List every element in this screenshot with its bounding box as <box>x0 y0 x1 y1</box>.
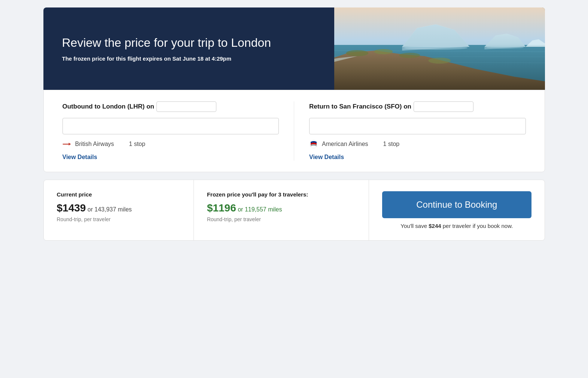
save-text-post: per traveler if you book now. <box>441 223 513 229</box>
svg-point-12 <box>374 49 393 54</box>
price-card: Current price $1439 or 143,937 miles Rou… <box>43 180 545 241</box>
hero-banner: Review the price for your trip to London… <box>43 7 545 90</box>
frozen-price-subtext: Round-trip, per traveler <box>207 216 356 222</box>
save-text-pre: You'll save <box>400 223 429 229</box>
return-view-details-link[interactable]: View Details <box>309 154 344 160</box>
save-amount: $244 <box>429 223 441 229</box>
continue-to-booking-button[interactable]: Continue to Booking <box>382 191 531 218</box>
landscape-background <box>334 7 545 90</box>
flight-card: Outbound to London (LHR) on British Airw… <box>43 90 545 172</box>
return-airline-name: American Airlines <box>322 141 368 147</box>
american-airlines-logo <box>309 140 318 149</box>
cta-col: Continue to Booking You'll save $244 per… <box>369 180 544 240</box>
aa-logo-svg <box>309 140 318 149</box>
hero-title: Review the price for your trip to London <box>62 36 316 50</box>
svg-point-11 <box>346 50 368 56</box>
outbound-view-details-link[interactable]: View Details <box>63 154 97 160</box>
current-price-miles: or 143,937 miles <box>88 206 132 213</box>
outbound-flight-col: Outbound to London (LHR) on British Airw… <box>63 101 279 161</box>
outbound-time-row <box>63 118 279 134</box>
outbound-date-box <box>156 101 216 112</box>
outbound-airline-name: British Airways <box>75 141 114 147</box>
outbound-header-text: Outbound to London (LHR) on <box>63 103 154 110</box>
frozen-price-col: Frozen price you'll pay for 3 travelers:… <box>194 180 369 240</box>
return-header-text: Return to San Francisco (SFO) on <box>309 103 411 110</box>
outbound-stops: 1 stop <box>129 141 146 147</box>
return-airline-row: American Airlines 1 stop <box>309 140 526 149</box>
save-text: You'll save $244 per traveler if you boo… <box>400 223 513 229</box>
flight-rows: Outbound to London (LHR) on British Airw… <box>63 101 526 161</box>
svg-marker-19 <box>68 143 71 146</box>
return-time-row <box>309 118 526 134</box>
svg-point-14 <box>428 58 451 64</box>
current-price-col: Current price $1439 or 143,937 miles Rou… <box>44 180 194 240</box>
svg-point-17 <box>486 46 524 49</box>
page-container: Review the price for your trip to London… <box>43 7 545 241</box>
hero-text-section: Review the price for your trip to London… <box>43 7 334 90</box>
outbound-airline-row: British Airways 1 stop <box>63 140 279 149</box>
return-stops: 1 stop <box>383 141 400 147</box>
return-flight-col: Return to San Francisco (SFO) on <box>294 101 526 161</box>
svg-point-16 <box>404 46 467 50</box>
frozen-price-amount-row: $1196 or 119,557 miles <box>207 202 356 214</box>
frozen-price-miles: or 119,557 miles <box>238 206 282 213</box>
return-date-box <box>414 101 473 112</box>
current-price-amount: $1439 <box>57 202 86 214</box>
outbound-header: Outbound to London (LHR) on <box>63 101 279 112</box>
return-header: Return to San Francisco (SFO) on <box>309 101 526 112</box>
ba-logo-svg <box>63 141 71 147</box>
frozen-price-amount: $1196 <box>207 202 236 214</box>
hero-subtitle: The frozen price for this flight expires… <box>62 55 316 62</box>
current-price-label: Current price <box>57 191 180 198</box>
current-price-amount-row: $1439 or 143,937 miles <box>57 202 180 214</box>
svg-point-13 <box>399 53 420 58</box>
current-price-subtext: Round-trip, per traveler <box>57 216 180 222</box>
frozen-price-label: Frozen price you'll pay for 3 travelers: <box>207 191 356 198</box>
landscape-svg <box>334 7 545 90</box>
hero-image-section <box>334 7 545 90</box>
british-airways-logo <box>63 140 71 149</box>
